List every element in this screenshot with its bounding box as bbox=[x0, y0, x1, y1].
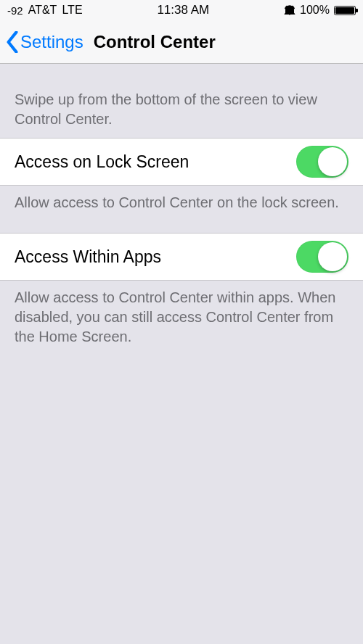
status-right: 100% bbox=[284, 4, 356, 17]
status-bar: -92 AT&T LTE 11:38 AM 100% bbox=[0, 0, 363, 20]
alarm-icon bbox=[284, 4, 295, 16]
status-time: 11:38 AM bbox=[157, 3, 209, 17]
footer-apps: Allow access to Control Center within ap… bbox=[0, 281, 363, 367]
carrier-label: AT&T bbox=[28, 4, 57, 17]
row-label-apps: Access Within Apps bbox=[15, 247, 161, 267]
row-access-within-apps: Access Within Apps bbox=[0, 233, 363, 281]
status-left: -92 AT&T LTE bbox=[7, 4, 83, 17]
page-title: Control Center bbox=[94, 32, 216, 52]
footer-lock: Allow access to Control Center on the lo… bbox=[0, 186, 363, 233]
battery-icon bbox=[334, 6, 356, 15]
network-label: LTE bbox=[62, 4, 82, 17]
battery-percent: 100% bbox=[300, 4, 330, 17]
back-button[interactable]: Settings bbox=[1, 31, 83, 53]
section-intro: Swipe up from the bottom of the screen t… bbox=[0, 64, 363, 138]
row-label-lock: Access on Lock Screen bbox=[15, 152, 189, 172]
toggle-access-lock-screen[interactable] bbox=[296, 146, 348, 178]
toggle-access-within-apps[interactable] bbox=[296, 241, 348, 273]
content: Swipe up from the bottom of the screen t… bbox=[0, 64, 363, 367]
back-label: Settings bbox=[20, 32, 83, 52]
signal-strength: -92 bbox=[7, 4, 23, 17]
chevron-left-icon bbox=[6, 31, 19, 53]
nav-bar: Settings Control Center bbox=[0, 20, 363, 64]
row-access-lock-screen: Access on Lock Screen bbox=[0, 138, 363, 186]
